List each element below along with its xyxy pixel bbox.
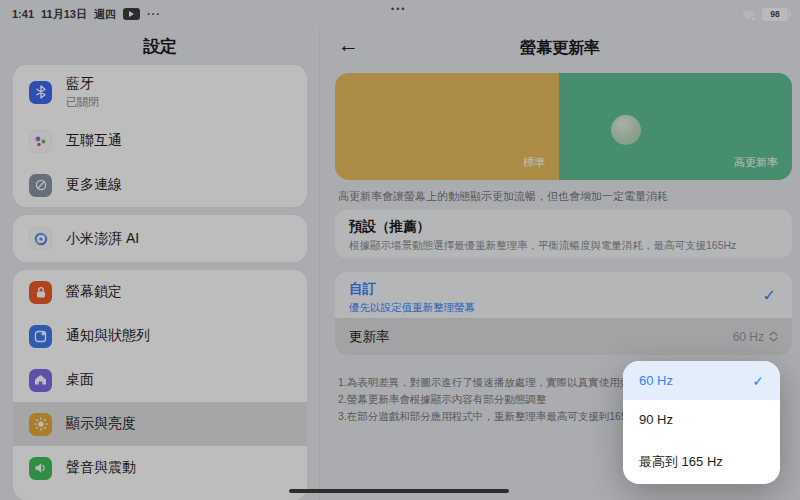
option-check-icon: ✓ bbox=[752, 373, 764, 389]
option-label: 90 Hz bbox=[639, 412, 673, 427]
dropdown-option-90hz[interactable]: 90 Hz bbox=[623, 400, 780, 439]
dropdown-option-165hz[interactable]: 最高到 165 Hz bbox=[623, 439, 780, 484]
option-label: 60 Hz bbox=[639, 373, 673, 388]
dropdown-option-60hz[interactable]: 60 Hz ✓ bbox=[623, 361, 780, 400]
option-label: 最高到 165 Hz bbox=[639, 453, 723, 471]
refresh-rate-dropdown: 60 Hz ✓ 90 Hz 最高到 165 Hz bbox=[623, 361, 780, 484]
settings-app-screen: 1:41 11月13日 週四 ··· 98 ••• 設定 bbox=[0, 0, 800, 500]
